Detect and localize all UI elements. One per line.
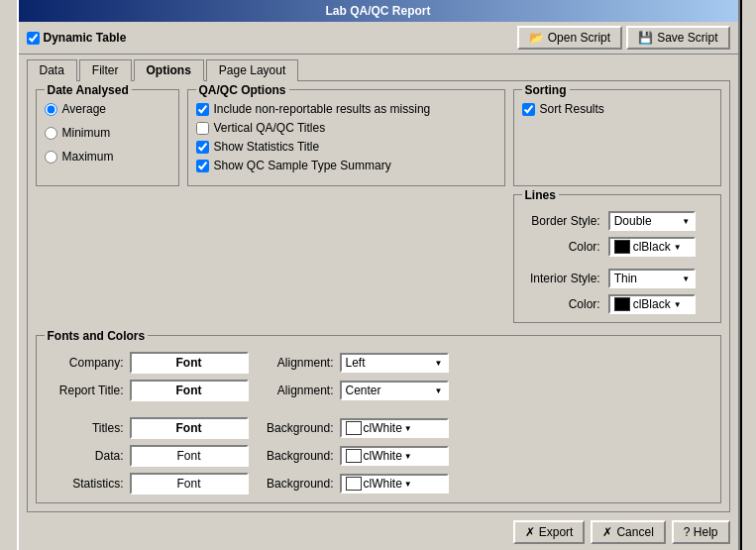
- data-label: Data:: [45, 449, 124, 463]
- company-align-select[interactable]: Left ▼: [340, 353, 449, 373]
- open-script-button[interactable]: 📂 Open Script: [517, 26, 622, 50]
- lines-group: Lines Border Style: Double ▼ Color: clBl…: [513, 194, 721, 323]
- open-script-icon: 📂: [529, 31, 544, 45]
- date-analysed-group: Date Analysed Average Minimum Maximum: [36, 89, 179, 186]
- interior-style-arrow: ▼: [682, 275, 690, 283]
- lines-grid: Border Style: Double ▼ Color: clBlack ▼: [522, 207, 712, 314]
- spacer-left: [36, 194, 179, 331]
- help-button[interactable]: ? Help: [672, 520, 730, 544]
- spacer-mid: [187, 194, 505, 331]
- dialog: Lab QA/QC Report Dynamic Table 📂 Open Sc…: [17, 0, 740, 550]
- toolbar: Dynamic Table 📂 Open Script 💾 Save Scrip…: [19, 22, 738, 55]
- report-title-align-label: Alignment:: [255, 384, 334, 397]
- interior-color-label: Color:: [522, 297, 600, 311]
- save-script-button[interactable]: 💾 Save Script: [626, 26, 729, 50]
- title-bar: Lab QA/QC Report: [19, 0, 738, 22]
- tab-data[interactable]: Data: [27, 59, 77, 81]
- date-analysed-title: Date Analysed: [45, 83, 132, 97]
- fonts-grid: Company: Font Alignment: Left ▼ Report T…: [45, 348, 712, 495]
- dynamic-table-checkbox[interactable]: [27, 32, 40, 45]
- dynamic-table-label[interactable]: Dynamic Table: [27, 31, 127, 45]
- check-show-statistics-title[interactable]: Show Statistics Title: [196, 140, 496, 154]
- report-title-font-button[interactable]: Font: [130, 380, 249, 401]
- check-non-reportable[interactable]: Include non-reportable results as missin…: [196, 102, 496, 116]
- statistics-bg-select[interactable]: clWhite ▼: [340, 474, 449, 494]
- tabs-bar: Data Filter Options Page Layout: [19, 55, 738, 80]
- titles-bg-select[interactable]: clWhite ▼: [340, 418, 449, 438]
- border-color-arrow: ▼: [674, 243, 682, 252]
- data-font-button[interactable]: Font: [130, 445, 249, 467]
- radio-group: Average Minimum Maximum: [45, 102, 170, 164]
- spacer-row: [45, 407, 449, 411]
- tab-page-layout[interactable]: Page Layout: [206, 59, 298, 81]
- interior-style-label: Interior Style:: [522, 272, 600, 285]
- radio-minimum[interactable]: Minimum: [45, 126, 170, 140]
- statistics-bg-label: Background:: [255, 477, 334, 491]
- fonts-colors-title: Fonts and Colors: [45, 329, 149, 343]
- border-color-select[interactable]: clBlack ▼: [608, 237, 696, 257]
- data-bg-select[interactable]: clWhite ▼: [340, 446, 449, 466]
- border-style-arrow: ▼: [682, 217, 690, 226]
- interior-color-arrow: ▼: [674, 300, 682, 309]
- tab-options[interactable]: Options: [134, 59, 204, 81]
- fonts-colors-group: Fonts and Colors Company: Font Alignment…: [36, 335, 721, 503]
- report-title-align-select[interactable]: Center ▼: [340, 381, 449, 400]
- border-style-select[interactable]: Double ▼: [608, 211, 696, 231]
- report-title-align-arrow: ▼: [435, 386, 443, 395]
- dynamic-table-text: Dynamic Table: [44, 31, 127, 45]
- statistics-bg-swatch: [346, 477, 362, 491]
- check-sort-results[interactable]: Sort Results: [522, 102, 712, 116]
- cancel-icon: ✗: [602, 525, 612, 539]
- company-font-button[interactable]: Font: [130, 352, 249, 374]
- tab-filter[interactable]: Filter: [79, 59, 132, 81]
- interior-color-select[interactable]: clBlack ▼: [608, 294, 696, 314]
- statistics-bg-arrow: ▼: [404, 480, 412, 489]
- company-align-arrow: ▼: [435, 359, 443, 368]
- data-bg-arrow: ▼: [404, 452, 412, 461]
- statistics-font-button[interactable]: Font: [130, 473, 249, 495]
- data-bg-swatch: [346, 449, 362, 463]
- toolbar-right: 📂 Open Script 💾 Save Script: [517, 26, 730, 50]
- interior-color-swatch: [614, 297, 630, 311]
- cancel-button[interactable]: ✗ Cancel: [591, 520, 665, 544]
- top-panels: Date Analysed Average Minimum Maximum: [36, 89, 721, 186]
- border-color-swatch: [614, 240, 630, 254]
- footer: ✗ Export ✗ Cancel ? Help: [19, 512, 738, 550]
- titles-bg-arrow: ▼: [404, 424, 412, 433]
- lines-sorting-row: Lines Border Style: Double ▼ Color: clBl…: [36, 194, 721, 331]
- export-icon: ✗: [525, 525, 535, 539]
- report-title-label: Report Title:: [45, 384, 124, 397]
- titles-font-button[interactable]: Font: [130, 417, 249, 439]
- check-show-qc-sample[interactable]: Show QC Sample Type Summary: [196, 159, 496, 172]
- export-button[interactable]: ✗ Export: [513, 520, 586, 544]
- content-area: Date Analysed Average Minimum Maximum: [27, 80, 730, 512]
- sorting-title: Sorting: [522, 83, 570, 97]
- titles-label: Titles:: [45, 421, 124, 435]
- radio-average[interactable]: Average: [45, 102, 170, 116]
- check-vertical-titles[interactable]: Vertical QA/QC Titles: [196, 121, 496, 135]
- titles-bg-swatch: [346, 421, 362, 435]
- data-bg-label: Background:: [255, 449, 334, 463]
- company-label: Company:: [45, 356, 124, 370]
- dialog-title: Lab QA/QC Report: [325, 4, 430, 18]
- titles-bg-label: Background:: [255, 421, 334, 435]
- border-color-label: Color:: [522, 240, 600, 254]
- interior-style-select[interactable]: Thin ▼: [608, 269, 696, 288]
- save-script-icon: 💾: [638, 31, 653, 45]
- qaqc-title: QA/QC Options: [196, 83, 289, 97]
- sorting-group: Sorting Sort Results: [513, 89, 721, 186]
- radio-maximum[interactable]: Maximum: [45, 150, 170, 164]
- border-style-label: Border Style:: [522, 214, 600, 228]
- toolbar-left: Dynamic Table: [27, 31, 127, 45]
- qaqc-group: QA/QC Options Include non-reportable res…: [187, 89, 505, 186]
- company-align-label: Alignment:: [255, 356, 334, 370]
- qaqc-options: Include non-reportable results as missin…: [196, 102, 496, 172]
- statistics-label: Statistics:: [45, 477, 124, 491]
- lines-title: Lines: [522, 188, 559, 202]
